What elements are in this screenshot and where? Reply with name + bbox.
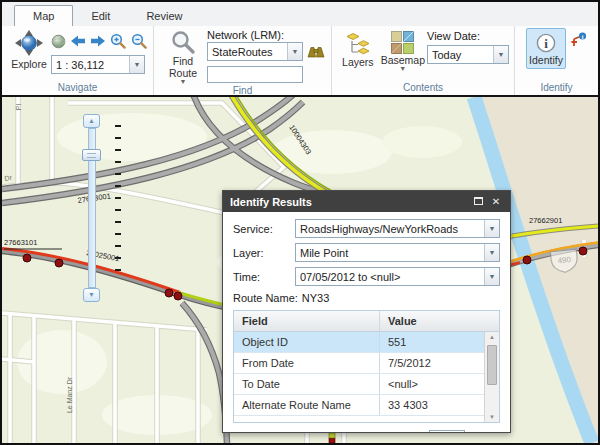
route-id-label: 27663101 <box>4 238 37 247</box>
group-contents: Layers Basemap ▼ View Date: <box>332 26 515 95</box>
basemap-button[interactable]: Basemap ▼ <box>379 28 427 72</box>
binoculars-icon[interactable] <box>307 45 325 58</box>
ribbon-tabbar: Map Edit Review <box>2 2 598 26</box>
basemap-tiles-icon <box>391 31 414 54</box>
view-date-value: Today <box>428 49 493 61</box>
time-value: 07/05/2012 to <null> <box>296 271 484 283</box>
svg-text:490: 490 <box>557 255 572 265</box>
layer-value: Mile Point <box>296 247 484 259</box>
service-label: Service: <box>233 223 295 235</box>
time-combobox[interactable]: 07/05/2012 to <null> ▼ <box>295 267 500 286</box>
network-lrm-combobox[interactable]: StateRoutes ▼ <box>207 42 303 61</box>
group-identify: i Identify i Identify <box>515 26 598 95</box>
view-date-combobox[interactable]: Today ▼ <box>427 45 509 64</box>
layer-label: Layer: <box>233 247 295 259</box>
dialog-title: Identify Results <box>230 196 467 208</box>
street-name-label: Pl <box>15 103 22 110</box>
service-value: RoadsHighways/NewYorkRoads <box>296 223 484 235</box>
chevron-down-icon: ▼ <box>399 66 406 71</box>
dialog-titlebar[interactable]: Identify Results ✕ <box>223 191 510 212</box>
table-scrollbar[interactable]: ▲ ▼ <box>484 332 499 422</box>
chevron-down-icon[interactable]: ▼ <box>287 43 302 60</box>
zoom-slider-up-button[interactable]: ▲ <box>83 114 100 128</box>
find-route-button[interactable]: Find Route ▼ <box>159 28 207 85</box>
event-marker <box>329 433 335 443</box>
app-window: Map Edit Review Explore <box>0 0 600 445</box>
chevron-down-icon[interactable]: ▼ <box>484 220 499 237</box>
network-lrm-value: StateRoutes <box>208 46 287 58</box>
group-navigate: Explore <box>2 26 154 95</box>
scroll-up-icon[interactable]: ▲ <box>485 334 499 340</box>
column-header-field[interactable]: Field <box>234 311 379 331</box>
identify-route-location-icon[interactable]: i <box>571 32 587 48</box>
time-label: Time: <box>233 271 295 283</box>
table-row[interactable]: From Date 7/5/2012 <box>234 353 499 374</box>
svg-text:i: i <box>544 36 548 51</box>
zoom-slider-handle[interactable] <box>82 149 101 161</box>
scroll-down-icon[interactable]: ▼ <box>485 414 499 420</box>
zoom-level-ticks <box>115 125 121 271</box>
chevron-down-icon[interactable]: ▼ <box>493 46 508 63</box>
explore-compass-icon <box>14 29 44 58</box>
chevron-down-icon: ▼ <box>180 79 187 84</box>
explore-label: Explore <box>11 58 47 70</box>
route-name-value: NY33 <box>302 292 330 304</box>
chevron-down-icon[interactable]: ▼ <box>129 56 144 73</box>
table-row[interactable]: To Date <null> <box>234 374 499 395</box>
chevron-down-icon[interactable]: ▼ <box>484 268 499 285</box>
find-route-magnifier-icon <box>170 29 196 55</box>
network-lrm-label: Network (LRM): <box>207 28 326 42</box>
layers-label: Layers <box>342 56 374 68</box>
tab-map[interactable]: Map <box>14 5 73 26</box>
close-icon[interactable]: ✕ <box>489 196 503 207</box>
group-label-identify: Identify <box>515 82 598 95</box>
scrollbar-thumb[interactable] <box>487 345 497 385</box>
explore-button[interactable]: Explore <box>7 28 51 71</box>
column-header-value[interactable]: Value <box>379 311 484 331</box>
chevron-down-icon[interactable]: ▼ <box>484 244 499 261</box>
street-name-label: Le Manz Dr <box>66 376 73 413</box>
zoom-in-icon[interactable] <box>110 33 127 49</box>
table-row-partial <box>234 416 499 423</box>
identify-info-icon: i <box>535 32 557 54</box>
back-arrow-icon[interactable] <box>70 35 86 47</box>
identify-button[interactable]: i Identify <box>526 28 566 69</box>
zoom-slider-down-button[interactable]: ▼ <box>83 288 100 302</box>
globe-icon[interactable] <box>51 34 66 49</box>
identify-label: Identify <box>529 54 563 66</box>
service-combobox[interactable]: RoadsHighways/NewYorkRoads ▼ <box>295 219 500 238</box>
tab-review[interactable]: Review <box>128 6 200 26</box>
layers-tree-icon <box>345 31 371 56</box>
identify-results-dialog: Identify Results ✕ Service: RoadsHighway… <box>222 190 511 433</box>
route-id-label: 27662901 <box>529 216 562 225</box>
find-route-label: Find Route <box>166 55 200 79</box>
group-label-contents: Contents <box>332 82 514 95</box>
goto-page-input[interactable] <box>429 430 465 432</box>
ribbon: Explore <box>2 26 598 95</box>
group-find: Find Route ▼ Network (LRM): StateRoutes … <box>154 26 332 95</box>
layers-button[interactable]: Layers <box>337 28 379 69</box>
view-date-label: View Date: <box>427 29 509 43</box>
map-scale-combobox[interactable]: 1 : 36,112 ▼ <box>51 55 145 74</box>
pagination-bar: (1 of 2) Go to: ▲▼ <box>233 423 500 432</box>
forward-arrow-icon[interactable] <box>90 35 106 47</box>
table-header-row: Field Value <box>234 311 499 332</box>
route-name-row: Route Name:NY33 <box>233 292 500 304</box>
table-row[interactable]: Object ID 551 <box>234 332 499 353</box>
route-search-input[interactable] <box>207 66 303 83</box>
map-scale-value: 1 : 36,112 <box>52 59 129 71</box>
layer-combobox[interactable]: Mile Point ▼ <box>295 243 500 262</box>
zoom-out-icon[interactable] <box>131 33 148 49</box>
table-row[interactable]: Alternate Route Name 33 4303 <box>234 395 499 416</box>
attributes-table: Field Value Object ID 551 From Date 7/5/… <box>233 310 500 423</box>
maximize-icon[interactable] <box>471 196 485 207</box>
route-name-label: Route Name: <box>233 292 298 304</box>
group-label-navigate: Navigate <box>2 82 153 95</box>
tab-edit[interactable]: Edit <box>73 6 128 26</box>
